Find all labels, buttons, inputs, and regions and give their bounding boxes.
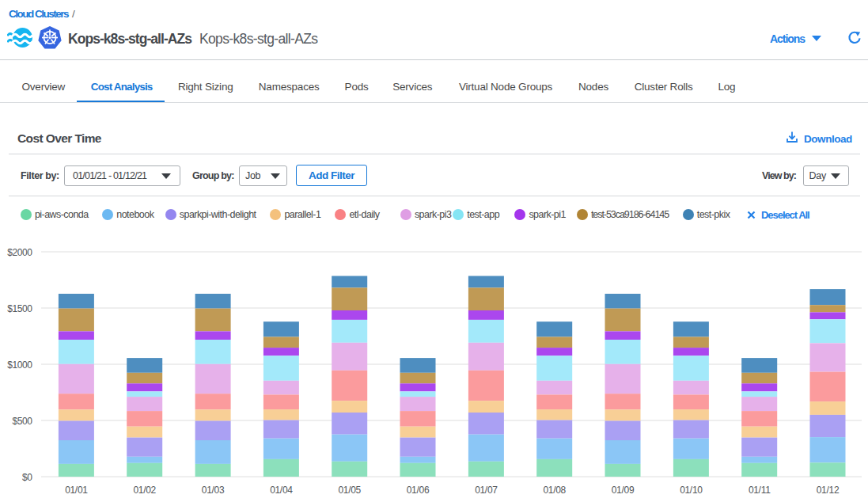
svg-text:$1500: $1500 — [7, 303, 32, 314]
svg-text:01/02: 01/02 — [133, 485, 156, 496]
svg-text:01/09: 01/09 — [612, 485, 635, 496]
svg-text:01/11: 01/11 — [749, 485, 771, 496]
svg-text:01/08: 01/08 — [543, 485, 566, 496]
svg-text:01/01: 01/01 — [65, 485, 88, 496]
svg-text:01/06: 01/06 — [407, 485, 430, 496]
svg-text:01/05: 01/05 — [338, 485, 361, 496]
svg-text:01/07: 01/07 — [475, 485, 498, 496]
svg-text:01/10: 01/10 — [680, 485, 703, 496]
svg-text:01/12: 01/12 — [817, 485, 840, 496]
svg-text:$1000: $1000 — [7, 359, 32, 371]
svg-text:$500: $500 — [12, 416, 32, 427]
svg-text:$0: $0 — [22, 472, 32, 483]
svg-text:$2000: $2000 — [7, 247, 32, 258]
svg-text:01/03: 01/03 — [202, 485, 225, 496]
svg-text:01/04: 01/04 — [270, 485, 293, 496]
